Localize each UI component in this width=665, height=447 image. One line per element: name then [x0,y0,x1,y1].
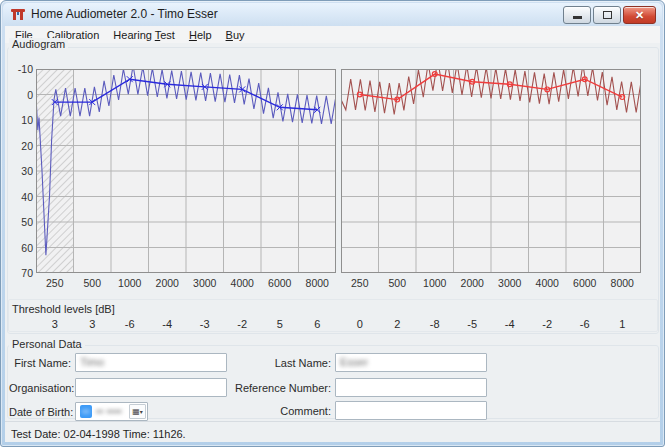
date-of-birth-selected-segment: •• [80,405,92,418]
y-tick-label: 0 [7,89,33,101]
last-name-input[interactable]: Esser [335,353,487,372]
last-name-value: Esser [340,356,368,368]
x-tick-label: 4000 [529,277,565,289]
window-title: Home Audiometer 2.0 - Timo Esser [31,3,218,26]
title-bar[interactable]: Home Audiometer 2.0 - Timo Esser ✕ [3,3,662,26]
threshold-value: -8 [423,318,447,330]
first-name-value: Timo [80,356,104,368]
menu-bar: FileCalibrationHearing TestHelpBuy [5,26,660,43]
x-tick-label: 8000 [604,277,640,289]
threshold-value: 5 [268,318,292,330]
x-tick-label: 250 [37,277,73,289]
date-of-birth-picker[interactable]: •••• •••• ▦▾ [75,402,148,421]
x-tick-label: 1000 [112,277,148,289]
close-icon: ✕ [624,7,655,23]
calendar-icon: ▦ [132,407,140,416]
organisation-input[interactable] [75,378,227,397]
x-tick-label: 6000 [262,277,298,289]
threshold-value: 2 [385,318,409,330]
reference-number-label: Reference Number: [221,382,331,394]
reference-number-input[interactable] [335,378,487,397]
threshold-value: -6 [573,318,597,330]
comment-label: Comment: [231,405,331,417]
threshold-value: 3 [80,318,104,330]
threshold-value: -6 [118,318,142,330]
first-name-input[interactable]: Timo [75,353,227,372]
x-tick-label: 2000 [149,277,185,289]
x-tick-label: 500 [74,277,110,289]
threshold-value: 0 [348,318,372,330]
date-of-birth-value: •• •••• [96,405,122,417]
personal-data-caption: Personal Data [9,338,85,350]
organisation-label: Organisation: [9,382,71,394]
threshold-value: -2 [535,318,559,330]
threshold-value: -5 [460,318,484,330]
y-tick-label: 40 [7,191,33,203]
calendar-dropdown-button[interactable]: ▦▾ [129,404,146,419]
right-audiogram-chart [341,69,641,273]
y-tick-label: 20 [7,140,33,152]
app-window: Home Audiometer 2.0 - Timo Esser ✕ FileC… [0,0,665,447]
threshold-value: -2 [230,318,254,330]
y-tick-label: 60 [7,242,33,254]
x-tick-label: 1000 [417,277,453,289]
y-tick-label: 50 [7,216,33,228]
close-button[interactable]: ✕ [623,6,656,24]
y-tick-label: 10 [7,114,33,126]
app-icon [10,6,26,22]
menu-item-buy[interactable]: Buy [219,28,252,42]
y-tick-label: 70 [7,267,33,279]
last-name-label: Last Name: [231,357,331,369]
minimize-icon [573,16,582,19]
threshold-levels-label: Threshold levels [dB] [12,303,115,315]
x-tick-label: 6000 [567,277,603,289]
threshold-value: 6 [305,318,329,330]
y-tick-label: 30 [7,165,33,177]
threshold-value: -4 [498,318,522,330]
threshold-value: 3 [43,318,67,330]
comment-input[interactable] [335,401,487,420]
status-bar-separator [5,421,660,422]
status-bar-text: Test Date: 02-04-1998 Time: 11h26. [11,428,186,440]
threshold-value: 1 [610,318,634,330]
threshold-value: -3 [193,318,217,330]
menu-item-help[interactable]: Help [182,28,219,42]
audiogram-caption: Audiogram [9,38,68,50]
x-tick-label: 250 [342,277,378,289]
left-audiogram-chart [36,69,336,273]
maximize-icon [603,11,612,19]
x-tick-label: 3000 [492,277,528,289]
x-tick-label: 4000 [224,277,260,289]
chevron-down-icon: ▾ [140,409,143,415]
y-tick-label: -10 [7,63,33,75]
first-name-label: First Name: [9,357,71,369]
menu-item-hearing-test[interactable]: Hearing Test [106,28,182,42]
minimize-button[interactable] [563,6,591,24]
maximize-button[interactable] [593,6,621,24]
threshold-value: -4 [155,318,179,330]
x-tick-label: 2000 [454,277,490,289]
x-tick-label: 500 [379,277,415,289]
x-tick-label: 3000 [187,277,223,289]
x-tick-label: 8000 [299,277,335,289]
date-of-birth-label: Date of Birth: [9,406,71,418]
